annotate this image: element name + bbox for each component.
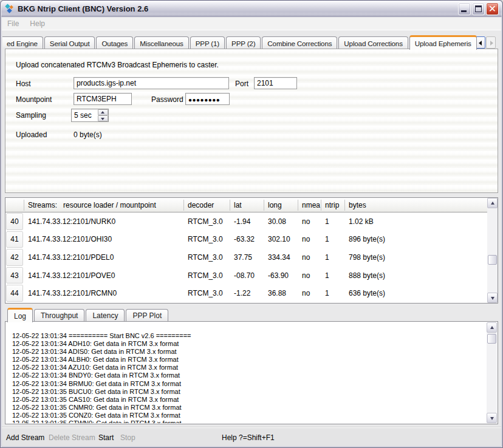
log-tabbar: LogThroughputLatencyPPP Plot (7, 307, 169, 322)
col-nmea: nmea (298, 200, 321, 211)
stream-row-43[interactable]: 43141.74.33.12:2101/POVE0RTCM_3.0-08.70-… (5, 266, 487, 285)
ntrip-cell: 1 (321, 231, 345, 249)
sampling-down-button[interactable] (98, 115, 108, 121)
long-cell: 334.34 (264, 248, 298, 266)
tab-combine-corrections[interactable]: Combine Corrections (262, 36, 337, 49)
sampling-up-button[interactable] (98, 109, 108, 115)
decoder-cell: RTCM_3.0 (184, 231, 230, 249)
decoder-cell: RTCM_3.0 (184, 212, 230, 231)
uploaded-label: Uploaded (16, 131, 47, 139)
scroll-down-button[interactable] (487, 413, 497, 423)
scroll-right-icon (490, 41, 493, 46)
streams-table: Streams: resource loader / mountpoint de… (5, 197, 498, 304)
statusbar: Add StreamDelete StreamStartStop Help ?=… (2, 427, 501, 446)
down-arrow-icon (490, 417, 494, 420)
tab-scroll-right-button[interactable] (486, 36, 496, 49)
long-cell: 302.10 (264, 231, 298, 249)
menu-file[interactable]: File (2, 19, 24, 28)
tab-ppp-1[interactable]: PPP (1) (190, 36, 225, 49)
tab-upload-corrections[interactable]: Upload Corrections (338, 36, 408, 49)
scroll-thumb[interactable] (487, 334, 496, 344)
sampling-spinbox[interactable]: 5 sec (71, 109, 109, 122)
port-input[interactable] (254, 77, 297, 89)
maximize-icon (475, 5, 482, 12)
bytes-cell: 636 byte(s) (345, 284, 487, 302)
stop-button: Stop (120, 433, 135, 442)
stream-cell: 141.74.33.12:2101/PDEL0 (24, 248, 184, 266)
tab-upload-ephemeris[interactable]: Upload Ephemeris (409, 35, 477, 50)
stream-row-42[interactable]: 42141.74.33.12:2101/PDEL0RTCM_3.037.7533… (5, 248, 487, 266)
stream-cell: 141.74.33.12:2101/NURK0 (24, 212, 184, 231)
row-number: 41 (6, 231, 23, 248)
ntrip-cell: 1 (321, 248, 345, 266)
stream-row-40[interactable]: 40141.74.33.12:2101/NURK0RTCM_3.0-1.9430… (5, 212, 487, 231)
row-number: 40 (6, 213, 23, 230)
stream-row-41[interactable]: 41141.74.33.12:2101/OHI30RTCM_3.0-63.323… (5, 231, 487, 249)
tab-throughput[interactable]: Throughput (34, 309, 84, 322)
tab-scroll-left-button[interactable] (476, 36, 485, 49)
scroll-left-icon (479, 41, 482, 46)
long-cell: -63.90 (264, 266, 298, 285)
bytes-cell: 896 byte(s) (345, 231, 487, 249)
window-title: BKG Ntrip Client (BNC) Version 2.6 (18, 4, 458, 13)
log-line: 12-05-22 13:01:34 BRMU0: Get data in RTC… (12, 380, 487, 388)
log-line: 12-05-22 13:01:35 CTWN0: Get data in RTC… (12, 419, 487, 423)
nmea-cell: no (298, 266, 321, 285)
tab-latency[interactable]: Latency (86, 309, 125, 322)
tab-ppp-plot[interactable]: PPP Plot (126, 309, 168, 322)
mountpoint-input[interactable] (74, 93, 132, 105)
menubar: File Help (2, 18, 501, 30)
tab-miscellaneous[interactable]: Miscellaneous (134, 36, 188, 49)
titlebar[interactable]: BKG Ntrip Client (BNC) Version 2.6 ✕ (1, 1, 502, 17)
maximize-button[interactable] (472, 2, 485, 15)
log-line: 12-05-22 13:01:34 BNDY0: Get data in RTC… (12, 372, 487, 379)
log-output[interactable]: 12-05-22 13:01:34 ========== Start BNC v… (6, 322, 487, 423)
tab-ed-engine[interactable]: ed Engine (2, 36, 43, 49)
ntrip-cell: 1 (321, 284, 345, 302)
bytes-cell: 798 byte(s) (345, 248, 487, 266)
col-streams: Streams: resource loader / mountpoint (24, 200, 184, 211)
scroll-down-button[interactable] (487, 293, 498, 303)
tab-outages[interactable]: Outages (96, 36, 133, 49)
minimize-button[interactable] (458, 2, 471, 15)
log-panel: 12-05-22 13:01:34 ========== Start BNC v… (5, 321, 498, 424)
tab-log[interactable]: Log (7, 308, 33, 322)
sampling-value: 5 sec (72, 109, 98, 121)
down-arrow-icon (101, 118, 104, 120)
stream-cell: 141.74.33.12:2101/OHI30 (24, 231, 184, 249)
decoder-cell: RTCM_3.0 (184, 248, 230, 266)
help-shortcut-label: Help ?=Shift+F1 (222, 433, 275, 442)
streams-scrollbar[interactable] (487, 198, 498, 303)
tab-ppp-2[interactable]: PPP (2) (226, 36, 261, 49)
lat-cell: -08.70 (230, 266, 264, 285)
sampling-label: Sampling (16, 111, 46, 120)
col-decoder: decoder (184, 200, 230, 211)
tab-serial-output[interactable]: Serial Output (44, 36, 95, 49)
scroll-up-button[interactable] (487, 198, 498, 208)
host-input[interactable] (74, 77, 229, 89)
close-button[interactable]: ✕ (486, 2, 499, 15)
stream-row-44[interactable]: 44141.74.33.12:2101/RCMN0RTCM_3.0-1.2236… (5, 284, 487, 302)
log-line: 12-05-22 13:01:35 CNMR0: Get data in RTC… (12, 404, 487, 412)
log-line: 12-05-22 13:01:34 ADIS0: Get data in RTC… (12, 348, 487, 356)
streams-table-header: Streams: resource loader / mountpoint de… (5, 198, 487, 212)
menu-help[interactable]: Help (24, 19, 50, 28)
row-number: 43 (6, 267, 23, 284)
host-label: Host (16, 80, 31, 88)
col-long: long (264, 200, 298, 211)
scroll-thumb[interactable] (488, 255, 497, 265)
password-input[interactable] (185, 93, 230, 105)
start-button[interactable]: Start (98, 433, 114, 442)
up-arrow-icon (490, 326, 494, 329)
minimize-icon (461, 10, 467, 12)
scroll-up-button[interactable] (487, 322, 497, 333)
log-scrollbar[interactable] (487, 322, 497, 423)
panel-intro: Upload concatenated RTCMv3 Broadcast Eph… (16, 61, 219, 69)
log-line: 12-05-22 13:01:35 CONZ0: Get data in RTC… (12, 412, 487, 419)
ntrip-cell: 1 (321, 212, 345, 231)
nmea-cell: no (298, 284, 321, 302)
log-line: 12-05-22 13:01:35 BUCU0: Get data in RTC… (12, 388, 487, 396)
col-lat: lat (230, 200, 264, 211)
bytes-cell: 888 byte(s) (345, 266, 487, 285)
add-stream-button[interactable]: Add Stream (6, 433, 44, 442)
